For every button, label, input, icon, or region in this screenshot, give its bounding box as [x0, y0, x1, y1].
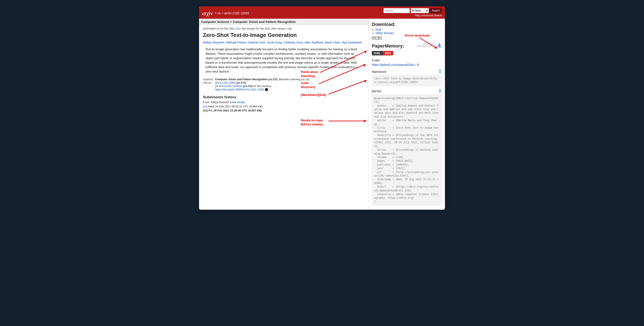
bibtex-box[interactable]: @inproceedings{DBLP:conf/icml/RameshPGGV…: [372, 95, 442, 206]
markdown-label: Markdown: [372, 70, 386, 73]
abstract: Text-to-image generation has traditional…: [203, 47, 365, 74]
bibtex-label: BibTex:: [372, 89, 382, 93]
search-button[interactable]: Search: [430, 8, 442, 13]
clipboard-icon[interactable]: [438, 89, 442, 93]
category-bar: Computer Science > Computer Vision and P…: [199, 19, 369, 25]
download-to-store-label: Download to PaperMemoryStore: [417, 43, 435, 47]
submission-history: From: Aditya Ramesh [view email] [v1] We…: [203, 100, 365, 113]
metadata-table: Subjects: Computer Vision and Pattern Re…: [203, 78, 310, 91]
author-link[interactable]: Scott Gray: [267, 41, 282, 44]
help-link[interactable]: Help: [415, 14, 420, 17]
author-link[interactable]: Chelsea Voss: [284, 41, 303, 44]
papermemory-heading: PaperMemory:: [372, 43, 404, 49]
info-icon[interactable]: i: [265, 88, 268, 91]
author-link[interactable]: Alec Radford: [304, 41, 323, 44]
clipboard-icon[interactable]: [438, 69, 442, 74]
breadcrumb: > cs > arXiv:2102.12092: [215, 11, 249, 15]
other-formats-link[interactable]: Other formats: [376, 31, 394, 35]
citeas-link[interactable]: arXiv:2102.12092: [215, 81, 236, 84]
download-heading: Download:: [372, 22, 442, 27]
v1-link[interactable]: v1: [236, 27, 239, 30]
submitted-line: [Submitted on 24 Feb 2021 (v1), last rev…: [203, 27, 365, 30]
download-icon[interactable]: [437, 43, 442, 48]
venue-badge: ICML2021: [372, 51, 393, 55]
code-label: Code:: [372, 58, 380, 62]
pdf-link[interactable]: PDF: [376, 28, 382, 31]
author-link[interactable]: Ilya Sutskever: [342, 41, 362, 44]
markdown-box[interactable]: [Zero-Shot Text-to-Image Generation](htt…: [372, 75, 442, 86]
arxiv-logo[interactable]: arχiv: [202, 9, 212, 17]
author-list: Aditya Ramesh, Mikhail Pavlov, Gabriel G…: [203, 41, 365, 44]
paper-title: Zero-Shot Text-to-Image Generation: [203, 32, 365, 38]
view-email-link[interactable]: view email: [231, 101, 244, 104]
author-link[interactable]: Aditya Ramesh: [203, 41, 224, 44]
advanced-search-link[interactable]: Advanced Search: [422, 14, 442, 17]
search-input[interactable]: [384, 8, 410, 13]
author-link[interactable]: Mikhail Pavlov: [226, 41, 246, 44]
license-badge[interactable]: ©① cc BYBY: [372, 37, 382, 40]
citeas-v2-link[interactable]: arXiv:2102.12092v2: [219, 85, 242, 88]
doi-link[interactable]: https://doi.org/10.48550/arXiv.2102.1209…: [215, 88, 264, 91]
search-field-select[interactable]: All fields: [410, 8, 429, 13]
author-link[interactable]: Gabriel Goh: [248, 41, 265, 44]
submission-history-heading: Submission history: [203, 95, 365, 99]
v1-history-link[interactable]: [v1]: [203, 105, 207, 108]
code-link[interactable]: https://github.com/openai/DALL-E: [372, 63, 419, 66]
author-link[interactable]: Mark Chen: [325, 41, 340, 44]
top-banner: arχiv > cs > arXiv:2102.12092 All fields…: [199, 6, 445, 19]
